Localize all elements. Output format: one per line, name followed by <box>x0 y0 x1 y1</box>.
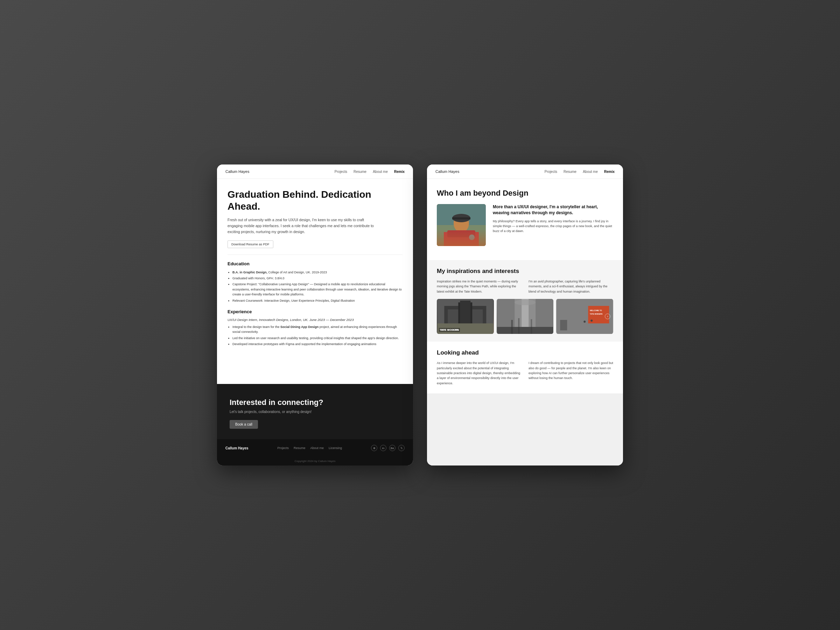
inspirations-text-left: Inspiration strikes me in the quiet mome… <box>437 279 521 294</box>
tate-photo-1: TATE MODERN <box>437 299 494 334</box>
experience-list: Integral to the design team for the Soci… <box>227 324 403 347</box>
footer-brand: Callum Hayes <box>226 446 248 450</box>
edu-item-2: Graduated with Honors, GPA: 3.8/4.0 <box>232 276 403 281</box>
exp-item-2: Led the initiative on user research and … <box>232 336 403 341</box>
divider-1 <box>227 254 403 255</box>
nav-about-right[interactable]: About me <box>583 170 598 174</box>
profile-text: More than a UX/UI designer, I'm a storyt… <box>493 204 613 246</box>
about-title: Who I am beyond Design <box>437 189 613 198</box>
svg-point-18 <box>515 300 535 305</box>
education-list: B.A. in Graphic Design, College of Art a… <box>227 270 403 303</box>
looking-text-right: I dream of contributing to projects that… <box>529 360 613 386</box>
photo-carousel-arrow[interactable]: › <box>605 314 610 319</box>
tate-photo-2 <box>497 299 554 334</box>
left-panel: Callum Hayes Projects Resume About me Re… <box>217 164 413 466</box>
nav-brand-left: Callum Hayes <box>226 169 249 174</box>
globe-icon[interactable]: ⊕ <box>371 445 377 451</box>
profile-heading: More than a UX/UI designer, I'm a storyt… <box>493 204 613 216</box>
nav-projects-right[interactable]: Projects <box>545 170 557 174</box>
svg-point-29 <box>584 321 586 323</box>
exp-item-3: Developed interactive prototypes with Fi… <box>232 342 403 346</box>
svg-rect-4 <box>452 217 471 219</box>
svg-rect-22 <box>531 319 532 334</box>
exp-item-1: Integral to the design team for the Soci… <box>232 324 403 335</box>
svg-rect-21 <box>518 318 519 334</box>
looking-ahead-heading: Looking ahead <box>437 349 613 356</box>
footer-links: Projects Resume About me Licensing <box>278 446 342 450</box>
svg-rect-28 <box>561 320 567 330</box>
nav-resume-right[interactable]: Resume <box>564 170 576 174</box>
download-resume-button[interactable]: Download Resume as PDF <box>227 240 273 248</box>
left-main-content: Graduation Behind. Dedication Ahead. Fre… <box>217 179 413 384</box>
book-call-button[interactable]: Book a call <box>230 420 258 429</box>
nav-links-left: Projects Resume About me Remix <box>335 170 404 174</box>
twitter-icon[interactable]: 𝕏 <box>398 445 404 451</box>
desktop: Callum Hayes Projects Resume About me Re… <box>0 0 840 630</box>
svg-rect-20 <box>511 320 513 334</box>
nav-about-left[interactable]: About me <box>373 170 388 174</box>
nav-remix-left[interactable]: Remix <box>394 170 404 174</box>
hero-subtitle: Fresh out of university with a zeal for … <box>227 217 374 235</box>
svg-rect-19 <box>497 327 553 334</box>
nav-links-right: Projects Resume About me Remix <box>545 170 614 174</box>
hero-title: Graduation Behind. Dedication Ahead. <box>227 189 403 212</box>
behance-icon[interactable]: Be <box>389 445 395 451</box>
looking-row: As I immerse deeper into the world of UX… <box>437 360 613 386</box>
svg-rect-5 <box>444 232 479 246</box>
right-about-section: Who I am beyond Design <box>427 179 623 260</box>
svg-rect-13 <box>437 324 493 334</box>
education-section: Education B.A. in Graphic Design, Colleg… <box>227 261 403 303</box>
footer-link-about[interactable]: About me <box>311 446 324 450</box>
footer: Callum Hayes Projects Resume About me Li… <box>217 439 413 457</box>
photo-1-caption: TATE MODERN <box>439 328 460 332</box>
right-panel-content: Callum Hayes Projects Resume About me Re… <box>427 164 623 466</box>
education-heading: Education <box>227 261 403 266</box>
tate-photo-3: WELCOME TO TATE MODERN › <box>556 299 613 334</box>
footer-link-resume[interactable]: Resume <box>294 446 306 450</box>
right-nav: Callum Hayes Projects Resume About me Re… <box>427 164 623 179</box>
looking-ahead-section: Looking ahead As I immerse deeper into t… <box>427 342 623 393</box>
nav-projects-left[interactable]: Projects <box>335 170 347 174</box>
profile-body: My philosophy? Every app tells a story, … <box>493 219 613 234</box>
connect-subtitle: Let's talk projects, collaborations, or … <box>230 410 400 414</box>
footer-link-licensing[interactable]: Licensing <box>328 446 342 450</box>
right-panel: Callum Hayes Projects Resume About me Re… <box>427 164 623 466</box>
inspirations-section: My inspirations and interests Inspiratio… <box>427 260 623 342</box>
svg-rect-6 <box>447 230 475 237</box>
connect-section: Interested in connecting? Let's talk pro… <box>217 384 413 439</box>
svg-point-7 <box>469 235 475 240</box>
inspirations-text-row: Inspiration strikes me in the quiet mome… <box>437 279 613 294</box>
about-profile: More than a UX/UI designer, I'm a storyt… <box>437 204 613 246</box>
footer-icons: ⊕ in Be 𝕏 <box>371 445 404 451</box>
inspirations-heading: My inspirations and interests <box>437 268 613 275</box>
nav-resume-left[interactable]: Resume <box>354 170 366 174</box>
svg-text:WELCOME TO: WELCOME TO <box>590 309 602 311</box>
edu-item-3: Capstone Project: "Collaborative Learnin… <box>232 282 403 297</box>
footer-copyright: Copyright 2024 by Callum Hayes <box>217 457 413 466</box>
connect-title: Interested in connecting? <box>230 398 400 407</box>
experience-section: Experience UX/UI Design Intern, Innovate… <box>227 309 403 347</box>
photos-row: TATE MODERN <box>437 299 613 334</box>
nav-brand-right: Callum Hayes <box>436 169 459 174</box>
profile-image <box>437 204 486 246</box>
nav-remix-right[interactable]: Remix <box>604 170 614 174</box>
edu-item-1: B.A. in Graphic Design, College of Art a… <box>232 270 403 275</box>
footer-link-projects[interactable]: Projects <box>278 446 289 450</box>
experience-heading: Experience <box>227 309 403 314</box>
svg-point-30 <box>591 319 593 322</box>
left-nav: Callum Hayes Projects Resume About me Re… <box>217 164 413 179</box>
experience-role: UX/UI Design Intern, Innovatech Designs,… <box>227 318 403 322</box>
edu-item-4: Relevant Coursework: Interactive Design,… <box>232 298 403 303</box>
svg-text:TATE MODERN: TATE MODERN <box>590 313 603 315</box>
linkedin-icon[interactable]: in <box>380 445 387 451</box>
looking-text-left: As I immerse deeper into the world of UX… <box>437 360 521 386</box>
inspirations-text-right: I'm an avid photographer, capturing life… <box>529 279 613 294</box>
